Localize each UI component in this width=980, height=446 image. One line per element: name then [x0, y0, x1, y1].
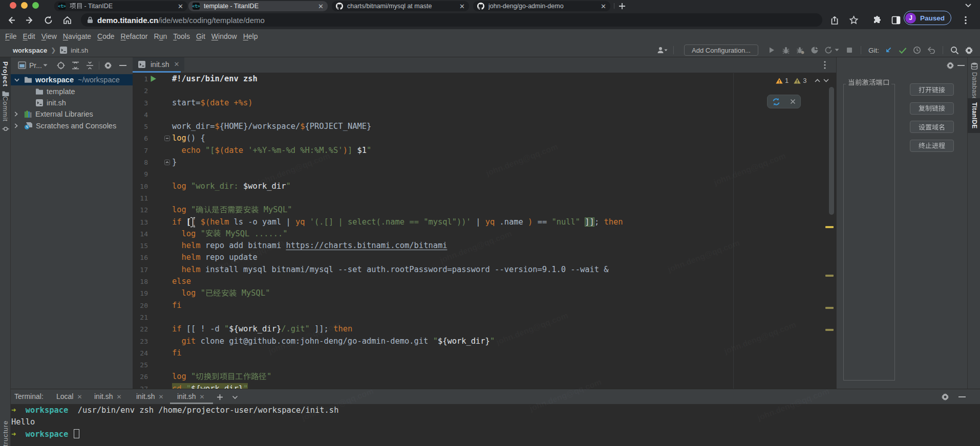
new-terminal-button[interactable]	[217, 394, 223, 400]
editor-scrollbar[interactable]	[829, 87, 834, 215]
error-stripe-mark[interactable]	[825, 307, 834, 309]
expand-all-button[interactable]	[72, 61, 79, 70]
git-rollback-button[interactable]	[924, 44, 939, 56]
tree-item-external-libraries[interactable]: External Libraries	[11, 108, 133, 120]
terminal-tab-init-sh[interactable]: init.sh✕	[177, 392, 205, 400]
hide-panel-button[interactable]	[119, 64, 126, 66]
profile-chip[interactable]: J Paused	[904, 11, 951, 25]
browser-tab[interactable]: <t> - TitanIDE✕	[54, 1, 187, 11]
breadcrumb-workspace[interactable]: workspace	[13, 47, 47, 54]
fold-region-icon[interactable]	[164, 136, 170, 141]
terminal-tab-init-sh[interactable]: init.sh✕	[136, 392, 164, 400]
collapse-all-button[interactable]	[86, 61, 94, 70]
share-button[interactable]	[830, 15, 839, 25]
new-tab-button[interactable]	[617, 2, 627, 11]
browser-tab[interactable]: charts/bitnami/mysql at maste✕	[332, 1, 469, 11]
copy-link-button[interactable]	[910, 102, 954, 115]
run-line-button[interactable]	[150, 75, 157, 82]
project-settings-button[interactable]	[104, 61, 112, 70]
locate-file-button[interactable]	[57, 61, 65, 70]
stop-button[interactable]	[842, 44, 857, 56]
tab-search-button[interactable]	[965, 3, 972, 8]
stripe-tab-titanide[interactable]: TitanIDE	[968, 98, 980, 133]
hide-panel-button[interactable]	[957, 64, 965, 66]
menu-view[interactable]: View	[38, 32, 60, 40]
stripe-tab-project[interactable]: Project	[0, 57, 11, 100]
bookmark-button[interactable]	[849, 15, 859, 25]
close-tab-icon[interactable]: ✕	[200, 393, 205, 400]
tree-item-scratches-and-consoles[interactable]: Scratches and Consoles	[11, 120, 133, 131]
menu-navigate[interactable]: Navigate	[60, 32, 94, 40]
terminal-output[interactable]: ➜ workspace /usr/bin/env zsh /home/proje…	[11, 405, 338, 440]
stripe-tab-database[interactable]: Database	[968, 60, 980, 104]
chevron-down-icon[interactable]	[14, 78, 19, 82]
address-bar[interactable]: demo.titanide.cn/ide/web/coding/template…	[81, 13, 822, 27]
search-everywhere-button[interactable]	[947, 44, 962, 56]
chevron-right-icon[interactable]	[14, 112, 18, 117]
fold-region-icon[interactable]	[164, 160, 170, 165]
browser-menu-button[interactable]	[964, 16, 967, 25]
terminal-tabs-dropdown[interactable]	[232, 395, 238, 399]
menu-help[interactable]: Help	[240, 32, 261, 40]
breadcrumb-file[interactable]: init.sh	[71, 47, 88, 54]
menu-edit[interactable]: Edit	[20, 32, 38, 40]
run-with-profile-button[interactable]	[655, 44, 669, 56]
hide-terminal-button[interactable]	[958, 396, 966, 398]
reload-button[interactable]	[44, 15, 53, 25]
editor-tab-init-sh[interactable]: init.sh ✕	[133, 57, 184, 71]
close-tab-icon[interactable]: ✕	[159, 393, 164, 400]
browser-tab[interactable]: john-deng/go-admin-demo✕	[473, 1, 610, 11]
menu-code[interactable]: Code	[94, 32, 117, 40]
debug-button[interactable]	[779, 44, 793, 56]
menu-git[interactable]: Git	[193, 32, 208, 40]
close-tab-icon[interactable]: ✕	[601, 3, 606, 10]
git-update-button[interactable]	[881, 44, 896, 56]
extensions-button[interactable]	[872, 15, 882, 25]
chevron-right-icon[interactable]	[14, 123, 18, 128]
tree-item-init-sh[interactable]: init.sh	[11, 97, 133, 108]
close-tab-icon[interactable]: ✕	[174, 60, 180, 68]
tree-item-workspace[interactable]: workspace~/workspace	[11, 74, 133, 85]
error-stripe-mark[interactable]	[825, 329, 834, 331]
error-stripe-mark[interactable]	[825, 275, 834, 277]
git-commit-button[interactable]	[896, 44, 910, 56]
open-link-button[interactable]	[910, 83, 954, 96]
terminal-settings-button[interactable]	[941, 393, 949, 401]
error-stripe-mark[interactable]	[825, 226, 834, 228]
tree-item-template[interactable]: template	[11, 85, 133, 97]
menu-file[interactable]: File	[2, 32, 20, 40]
window-close-button[interactable]	[10, 2, 16, 9]
git-history-button[interactable]	[910, 44, 924, 56]
close-tab-icon[interactable]: ✕	[77, 393, 82, 400]
add-configuration-button[interactable]: Add Configuration...	[684, 44, 758, 56]
debug-coverage-button[interactable]	[793, 44, 807, 56]
stripe-tab-structure[interactable]: Structure	[0, 420, 11, 446]
terminate-process-button[interactable]	[910, 140, 954, 152]
close-tab-icon[interactable]: ✕	[459, 3, 465, 10]
project-view-selector[interactable]: Pr...	[29, 61, 42, 70]
set-domain-button[interactable]	[910, 121, 954, 133]
menu-run[interactable]: Run	[151, 32, 171, 40]
menu-tools[interactable]: Tools	[170, 32, 193, 40]
home-button[interactable]	[62, 15, 72, 25]
close-tab-icon[interactable]: ✕	[117, 393, 122, 400]
forward-button[interactable]	[25, 15, 35, 25]
close-tab-icon[interactable]: ✕	[318, 3, 324, 10]
menu-window[interactable]: Window	[208, 32, 240, 40]
menu-refactor[interactable]: Refactor	[118, 32, 151, 40]
stripe-tab-commit[interactable]: Commit	[0, 96, 11, 132]
browser-tab[interactable]: <t>template - TitanIDE✕	[188, 1, 328, 11]
back-button[interactable]	[6, 15, 16, 25]
profiler-button[interactable]	[807, 44, 822, 56]
run-anything-button[interactable]	[822, 44, 842, 56]
settings-button[interactable]	[962, 44, 976, 56]
run-button[interactable]	[764, 44, 779, 56]
window-minimize-button[interactable]	[21, 2, 28, 9]
code-editor[interactable]: 1#!/usr/bin/env zsh23start=$(date +%s)45…	[133, 73, 836, 389]
editor-tab-options-button[interactable]	[824, 61, 826, 69]
terminal-tab-local[interactable]: Local✕	[56, 392, 82, 400]
side-panel-button[interactable]	[891, 16, 901, 25]
window-zoom-button[interactable]	[32, 2, 39, 9]
panel-settings-button[interactable]	[946, 61, 954, 70]
terminal-tab-init-sh[interactable]: init.sh✕	[94, 392, 122, 400]
